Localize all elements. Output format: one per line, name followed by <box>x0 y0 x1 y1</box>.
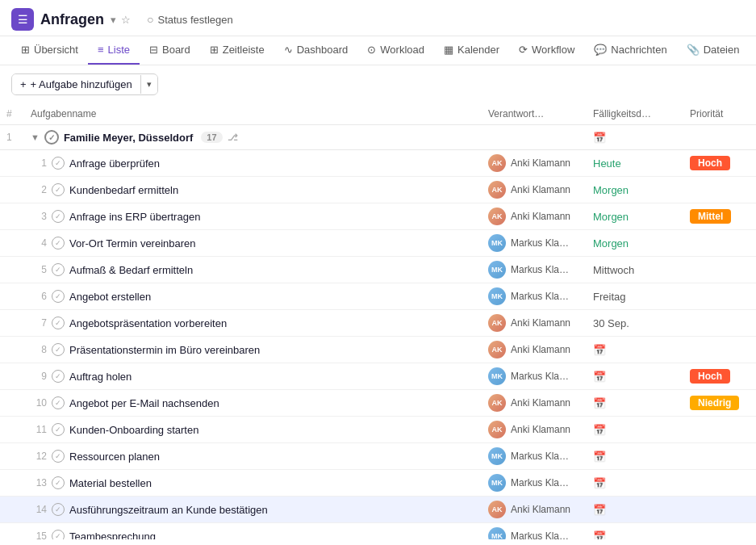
dashboard-icon: ∿ <box>284 44 293 56</box>
task-complete-button[interactable] <box>52 396 65 409</box>
task-row-name: 10 Angebot per E-Mail nachsenden <box>24 390 482 417</box>
task-number: 10 <box>31 397 47 409</box>
task-prio-cell: Niedrig <box>683 390 756 417</box>
add-task-main[interactable]: + + Aufgabe hinzufügen <box>12 74 140 94</box>
task-table: # Aufgabenname Verantwort… Fälligkeitsd…… <box>0 103 756 539</box>
task-complete-button[interactable] <box>52 370 65 383</box>
task-number: 1 <box>31 157 47 169</box>
task-row-num <box>0 363 24 390</box>
avatar: MK <box>488 287 506 305</box>
tab-dashboard[interactable]: ∿ Dashboard <box>274 36 358 65</box>
board-icon: ⊟ <box>149 44 158 56</box>
priority-badge: Hoch <box>690 156 730 170</box>
add-task-button[interactable]: + + Aufgabe hinzufügen ▾ <box>11 73 158 95</box>
task-prio-cell <box>683 177 756 203</box>
due-date: Mittwoch <box>593 264 634 276</box>
assignee-name: Markus Kla… <box>511 237 569 249</box>
task-prio-cell: Hoch <box>683 363 756 390</box>
task-complete-button[interactable] <box>52 317 65 329</box>
task-complete-button[interactable] <box>52 237 65 249</box>
task-complete-button[interactable] <box>52 476 65 489</box>
avatar: AK <box>488 208 506 225</box>
task-number: 5 <box>31 264 47 275</box>
due-date: Morgen <box>593 237 629 249</box>
task-due-cell: Morgen <box>587 230 683 257</box>
group-badge: 17 <box>201 132 222 143</box>
tab-kalender[interactable]: ▦ Kalender <box>434 36 509 65</box>
workload-icon: ⊙ <box>367 44 376 56</box>
task-prio-cell: Mittel <box>683 203 756 230</box>
star-icon[interactable]: ☆ <box>121 14 131 26</box>
avatar: AK <box>488 501 506 518</box>
task-number: 6 <box>31 291 47 302</box>
avatar: MK <box>488 474 506 492</box>
task-complete-button[interactable] <box>52 503 65 516</box>
task-row-name: 9 Auftrag holen <box>24 363 482 390</box>
task-due-cell: 📅 <box>587 337 683 363</box>
task-row-name: 2 Kundenbedarf ermitteln <box>24 177 482 203</box>
task-row-num <box>0 417 24 443</box>
task-assignee-cell: AK Anki Klamann <box>482 497 587 523</box>
task-assignee-cell: AK Anki Klamann <box>482 337 587 363</box>
group-prio-cell <box>683 125 756 150</box>
task-complete-button[interactable] <box>52 530 65 539</box>
task-complete-button[interactable] <box>52 450 65 463</box>
task-prio-cell <box>683 310 756 337</box>
task-prio-cell <box>683 337 756 363</box>
tab-dateien[interactable]: 📎 Dateien <box>677 36 750 65</box>
col-header-due: Fälligkeitsd… <box>587 103 683 125</box>
task-due-cell: Mittwoch <box>587 257 683 283</box>
group-check-icon[interactable] <box>44 130 59 145</box>
task-table-container: # Aufgabenname Verantwort… Fälligkeitsd…… <box>0 103 756 539</box>
task-number: 2 <box>31 184 47 195</box>
task-row-num <box>0 230 24 257</box>
add-task-dropdown-arrow[interactable]: ▾ <box>140 75 157 94</box>
priority-badge: Mittel <box>690 209 731 224</box>
task-complete-button[interactable] <box>52 343 65 356</box>
table-row: 10 Angebot per E-Mail nachsenden AK Anki… <box>0 390 756 417</box>
task-row-num <box>0 177 24 203</box>
table-row: 4 Vor-Ort Termin vereinbaren MK Markus K… <box>0 230 756 257</box>
menu-button[interactable]: ☰ <box>11 8 34 31</box>
table-row: 14 Ausführungszeitraum an Kunde bestätig… <box>0 497 756 523</box>
avatar: AK <box>488 181 506 199</box>
tab-workflow[interactable]: ⟳ Workflow <box>509 36 584 65</box>
assignee-name: Markus Kla… <box>511 264 569 275</box>
table-row: 13 Material bestellen MK Markus Kla… 📅 <box>0 470 756 497</box>
task-row-name: 13 Material bestellen <box>24 470 482 497</box>
assignee-name: Anki Klamann <box>511 344 570 355</box>
task-complete-button[interactable] <box>52 183 65 196</box>
avatar: AK <box>488 341 506 358</box>
task-number: 4 <box>31 237 47 249</box>
project-title: Anfragen <box>40 11 104 28</box>
due-cal-icon: 📅 <box>593 424 606 436</box>
tab-board[interactable]: ⊟ Board <box>140 36 200 65</box>
col-header-prio: Priorität <box>683 103 756 125</box>
group-toggle[interactable]: ▼ <box>31 132 40 142</box>
task-complete-button[interactable] <box>52 210 65 223</box>
task-prio-cell <box>683 523 756 540</box>
task-complete-button[interactable] <box>52 423 65 436</box>
task-prio-cell <box>683 443 756 470</box>
task-complete-button[interactable] <box>52 157 65 170</box>
tab-workload[interactable]: ⊙ Workload <box>357 36 434 65</box>
task-row-num <box>0 150 24 177</box>
assignee-name: Markus Kla… <box>511 291 569 302</box>
task-row-name: 7 Angebotspräsentation vorbereiten <box>24 310 482 337</box>
tab-nachrichten[interactable]: 💬 Nachrichten <box>584 36 676 65</box>
task-row-name: 11 Kunden-Onboarding starten <box>24 417 482 443</box>
task-complete-button[interactable] <box>52 290 65 303</box>
task-due-cell: Heute <box>587 150 683 177</box>
dropdown-icon[interactable]: ▾ <box>111 14 116 26</box>
tab-liste[interactable]: ≡ Liste <box>88 36 140 65</box>
tab-zeitleiste[interactable]: ⊞ Zeitleiste <box>200 36 274 65</box>
task-due-cell: 📅 <box>587 443 683 470</box>
tab-ubersicht[interactable]: ⊞ Übersicht <box>11 36 88 65</box>
status-button[interactable]: Status festlegen <box>147 13 233 26</box>
task-row-num <box>0 283 24 310</box>
table-row: 2 Kundenbedarf ermitteln AK Anki Klamann… <box>0 177 756 203</box>
task-complete-button[interactable] <box>52 263 65 276</box>
task-due-cell: Freitag <box>587 283 683 310</box>
task-number: 11 <box>31 424 47 435</box>
task-assignee-cell: MK Markus Kla… <box>482 257 587 283</box>
